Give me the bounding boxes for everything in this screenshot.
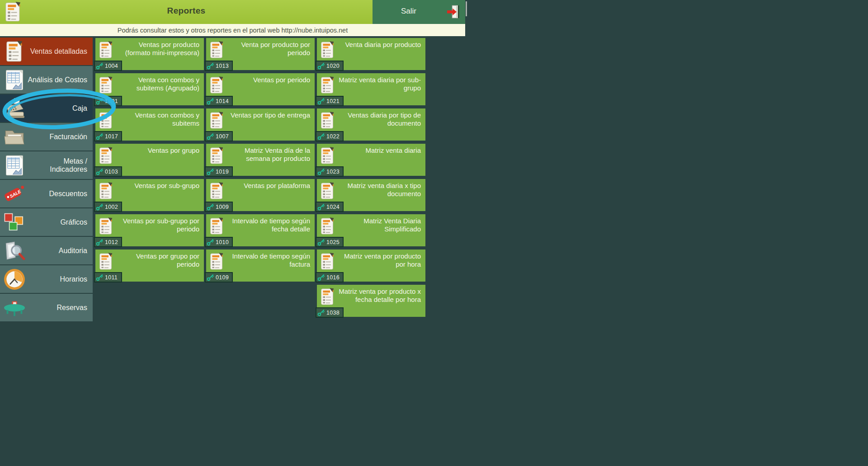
report-tile[interactable]: Ventas diaria por tipo de documento 1022 (317, 108, 425, 141)
key-icon (96, 97, 104, 105)
report-tile[interactable]: Ventas por plataforma 1009 (206, 179, 315, 211)
exit-button-label: Salir (373, 7, 445, 16)
report-code-badge: 1019 (205, 166, 233, 177)
report-code-badge: 1011 (94, 272, 122, 282)
sidebar-item-label: Ventas detalladas (25, 47, 87, 56)
report-tile[interactable]: Ventas por grupo 0103 (95, 144, 204, 176)
sidebar-item-metas-indicadores[interactable]: Metas / Indicadores (0, 151, 93, 179)
report-code-badge: 1020 (316, 61, 344, 71)
key-icon (96, 238, 104, 246)
report-tile[interactable]: Venta con combos y subitems (Agrupado) 1… (95, 73, 204, 105)
clock-icon (3, 268, 26, 291)
report-code-badge: 1013 (205, 61, 233, 71)
report-code: 0103 (105, 169, 118, 175)
audit-icon (3, 240, 26, 262)
sidebar-item-label: Descuentos (25, 190, 87, 198)
page-title: Reportes (0, 6, 373, 16)
report-code: 1017 (105, 133, 118, 140)
report-tile-title: Intervalo de tiempo según factura (222, 252, 310, 268)
report-code: 1010 (216, 239, 229, 245)
report-tile[interactable]: Matriz Venta Diaria Simplificado 1025 (317, 214, 425, 246)
report-tile-title: Matriz venta diaria (333, 146, 421, 155)
sidebar-item-analisis-de-costos[interactable]: Análisis de Costos (0, 66, 93, 94)
report-tile[interactable]: Intervalo de tiempo según factura 0109 (206, 249, 315, 282)
cash-register-icon (3, 97, 26, 120)
report-tile[interactable]: Matriz venta por producto por hora 1016 (317, 249, 425, 282)
sidebar-item-descuentos[interactable]: Descuentos (0, 180, 93, 207)
report-tile[interactable]: Ventas por producto (formato mini-impres… (95, 38, 204, 70)
report-code: 1002 (105, 204, 118, 210)
key-icon (207, 132, 214, 140)
report-code-badge: 1022 (316, 131, 344, 141)
report-code: 1022 (326, 133, 340, 140)
report-code: 1013 (216, 63, 229, 69)
report-code: 1023 (326, 169, 340, 175)
sidebar-item-reservas[interactable]: Reservas (0, 294, 93, 321)
report-tile-title: Ventas por grupo por periodo (112, 252, 199, 268)
key-icon (317, 62, 325, 70)
report-tile[interactable]: Ventas con combos y subitems 1017 (95, 108, 204, 141)
sidebar-item-label: Reservas (25, 304, 87, 312)
report-tile[interactable]: Matriz venta por producto x fecha detall… (317, 285, 425, 317)
sidebar-item-caja[interactable]: Caja (0, 94, 93, 122)
report-tile-title: Ventas con combos y subitems (112, 111, 199, 127)
report-tile[interactable]: Ventas por sub-grupo 1002 (95, 179, 204, 211)
report-code: 1038 (326, 310, 340, 316)
sidebar-item-horarios[interactable]: Horarios (0, 265, 93, 293)
report-tile-title: Ventas por sub-grupo por periodo (112, 217, 199, 233)
sidebar-item-label: Caja (25, 104, 87, 113)
report-code: 1007 (216, 133, 229, 140)
report-code: 1004 (105, 63, 118, 69)
report-code: 1019 (216, 169, 229, 175)
key-icon (317, 168, 325, 175)
report-code-badge: 1038 (316, 307, 344, 318)
report-tile-title: Matriz venta por producto x fecha detall… (333, 287, 421, 304)
report-tile[interactable]: Ventas por periodo 1014 (206, 73, 315, 105)
sidebar-item-label: Auditoria (25, 247, 87, 255)
spreadsheet-icon (3, 69, 26, 91)
report-tile-title: Matriz venta por producto por hora (333, 252, 421, 268)
report-code-badge: 0103 (94, 166, 122, 177)
key-icon (96, 273, 104, 281)
report-tile[interactable]: Matriz Venta día de la semana por produc… (206, 144, 315, 176)
exit-door-icon (446, 4, 462, 19)
sidebar-item-ventas-detalladas[interactable]: Ventas detalladas (0, 38, 93, 65)
report-code-badge: 1021 (316, 96, 344, 106)
report-code-badge: 1016 (316, 272, 344, 282)
report-tile[interactable]: Intervalo de tiempo según fecha detalle … (206, 214, 315, 246)
cubes-icon (3, 211, 26, 234)
report-code: 1020 (326, 63, 340, 69)
report-tile[interactable]: Venta por producto por periodo 1013 (206, 38, 315, 70)
report-code-badge: 1007 (205, 131, 233, 141)
sidebar-item-auditoria[interactable]: Auditoria (0, 237, 93, 264)
notice-text: Podrás consultar estos y otros reportes … (118, 27, 348, 34)
report-tile-title: Matriz venta diaria x tipo documento (333, 182, 421, 198)
report-tile[interactable]: Ventas por grupo por periodo 1011 (95, 249, 204, 282)
spreadsheet-icon (3, 154, 26, 177)
report-code-badge: 1023 (316, 166, 344, 177)
key-icon (207, 97, 214, 105)
report-tile-title: Matriz venta diaria por sub-grupo (333, 76, 421, 92)
report-tile-title: Venta por producto por periodo (222, 41, 310, 57)
sidebar-item-graficos[interactable]: Gráficos (0, 208, 93, 236)
report-code: 0109 (216, 274, 229, 281)
key-icon (207, 273, 214, 281)
report-code-badge: 1025 (316, 237, 344, 247)
sidebar-item-label: Facturación (25, 133, 87, 141)
report-code-badge: 1014 (205, 96, 233, 106)
report-code: 1021 (326, 98, 340, 104)
report-tile[interactable]: Matriz venta diaria por sub-grupo 1021 (317, 73, 425, 105)
report-tile[interactable]: Matriz venta diaria 1023 (317, 144, 425, 176)
key-icon (317, 97, 325, 105)
report-tile[interactable]: Matriz venta diaria x tipo documento 102… (317, 179, 425, 211)
sidebar-item-facturacion[interactable]: Facturación (0, 123, 93, 151)
exit-button[interactable]: Salir (373, 0, 465, 24)
key-icon (317, 238, 325, 246)
report-tile[interactable]: Venta diaria por producto 1020 (317, 38, 425, 70)
report-code-badge: 1009 (205, 202, 233, 212)
report-tile[interactable]: Ventas por sub-grupo por periodo 1012 (95, 214, 204, 246)
report-code-badge: 1002 (94, 202, 122, 212)
sidebar-item-label: Análisis de Costos (25, 76, 87, 84)
key-icon (96, 62, 104, 70)
report-tile[interactable]: Ventas por tipo de entrega 1007 (206, 108, 315, 141)
